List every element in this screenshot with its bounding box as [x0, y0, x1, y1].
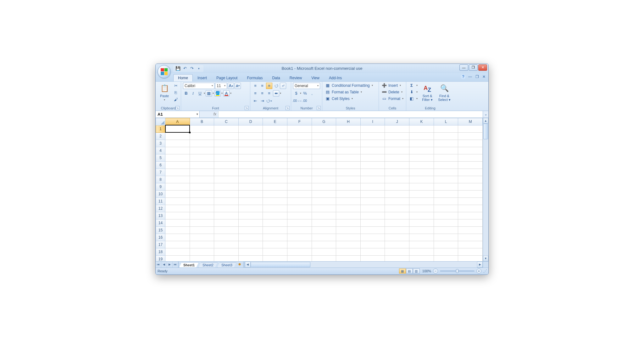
cell[interactable]: [458, 125, 483, 132]
cell[interactable]: [434, 226, 458, 234]
row-header[interactable]: 19: [156, 255, 165, 261]
close-workbook-icon[interactable]: ✕: [481, 74, 486, 79]
cell[interactable]: [458, 219, 483, 226]
orientation-icon[interactable]: ⭯: [273, 83, 279, 89]
cell[interactable]: [263, 169, 287, 176]
column-header[interactable]: B: [190, 118, 214, 125]
cell[interactable]: [385, 154, 409, 161]
column-header[interactable]: H: [336, 118, 361, 125]
cell[interactable]: [458, 140, 483, 147]
row-header[interactable]: 16: [156, 234, 165, 241]
cell[interactable]: [312, 183, 336, 190]
alignment-dialog-launcher[interactable]: ↘: [286, 106, 290, 110]
cell[interactable]: [434, 190, 458, 197]
find-select-button[interactable]: 🔍 Find & Select ▾: [436, 83, 452, 102]
cell[interactable]: [263, 219, 287, 226]
cell[interactable]: [336, 219, 361, 226]
last-sheet-icon[interactable]: ⏭: [173, 262, 178, 268]
sheet-tab[interactable]: Sheet3: [217, 262, 236, 268]
cell[interactable]: [312, 169, 336, 176]
cell[interactable]: [287, 219, 312, 226]
cell[interactable]: [312, 161, 336, 169]
cell[interactable]: [190, 176, 214, 183]
cell[interactable]: [190, 140, 214, 147]
column-header[interactable]: J: [385, 118, 409, 125]
decrease-decimal-icon[interactable]: ←.00: [300, 98, 306, 104]
cell[interactable]: [434, 125, 458, 132]
cell[interactable]: [385, 197, 409, 205]
cell[interactable]: [312, 255, 336, 261]
column-header[interactable]: F: [287, 118, 312, 125]
cell[interactable]: [336, 205, 361, 212]
next-sheet-icon[interactable]: ▶: [167, 262, 173, 268]
percent-format-icon[interactable]: %: [302, 90, 308, 97]
row-header[interactable]: 3: [156, 140, 165, 147]
cell[interactable]: [263, 176, 287, 183]
cell[interactable]: [336, 147, 361, 154]
cell[interactable]: [214, 234, 239, 241]
cell[interactable]: [385, 132, 409, 140]
cell[interactable]: [385, 190, 409, 197]
cell[interactable]: [360, 197, 385, 205]
zoom-level[interactable]: 100%: [422, 269, 431, 273]
sheet-tab[interactable]: Sheet1: [179, 262, 199, 268]
cell[interactable]: [336, 212, 361, 219]
cell[interactable]: [336, 241, 361, 248]
font-dialog-launcher[interactable]: ↘: [245, 106, 249, 110]
cell[interactable]: [312, 154, 336, 161]
cell[interactable]: [409, 241, 434, 248]
cell[interactable]: [190, 169, 214, 176]
cell[interactable]: [287, 147, 312, 154]
cell[interactable]: [190, 147, 214, 154]
align-top-icon[interactable]: ≡: [252, 83, 258, 89]
tab-data[interactable]: Data: [267, 74, 285, 81]
cut-icon[interactable]: ✂: [173, 83, 179, 89]
row-header[interactable]: 2: [156, 132, 165, 140]
cell[interactable]: [409, 132, 434, 140]
cell[interactable]: [336, 234, 361, 241]
select-all-corner[interactable]: [156, 118, 165, 125]
expand-formula-bar-icon[interactable]: ⌄: [483, 111, 488, 118]
cell[interactable]: [214, 205, 239, 212]
cell[interactable]: [238, 147, 263, 154]
cell[interactable]: [263, 147, 287, 154]
vertical-scrollbar[interactable]: ▲ ▼: [483, 118, 488, 261]
tab-insert[interactable]: Insert: [193, 74, 212, 81]
scroll-thumb[interactable]: [251, 262, 310, 267]
cell[interactable]: [190, 226, 214, 234]
cell[interactable]: [360, 234, 385, 241]
decrease-indent-icon[interactable]: ⇤: [252, 98, 258, 104]
cell[interactable]: [263, 161, 287, 169]
cell[interactable]: [434, 147, 458, 154]
save-icon[interactable]: 💾: [175, 66, 181, 71]
align-bottom-icon[interactable]: ≡: [266, 83, 272, 89]
scroll-down-icon[interactable]: ▼: [483, 256, 488, 261]
cell[interactable]: [458, 248, 483, 255]
cell[interactable]: [287, 169, 312, 176]
cell[interactable]: [214, 176, 239, 183]
cell[interactable]: [360, 248, 385, 255]
cell[interactable]: [434, 154, 458, 161]
cell[interactable]: [214, 125, 239, 132]
cell[interactable]: [238, 132, 263, 140]
italic-icon[interactable]: I: [190, 90, 196, 97]
name-box[interactable]: A1 ▾: [156, 111, 200, 118]
cell[interactable]: [238, 176, 263, 183]
cell[interactable]: [385, 241, 409, 248]
cell[interactable]: [214, 212, 239, 219]
cell[interactable]: [238, 234, 263, 241]
cell[interactable]: [263, 234, 287, 241]
row-header[interactable]: 5: [156, 154, 165, 161]
cell[interactable]: [385, 183, 409, 190]
cell[interactable]: [385, 248, 409, 255]
cell[interactable]: [287, 140, 312, 147]
shrink-font-icon[interactable]: A▾: [235, 83, 241, 89]
cell[interactable]: [409, 183, 434, 190]
cell[interactable]: [190, 255, 214, 261]
cell[interactable]: [165, 234, 190, 241]
row-header[interactable]: 18: [156, 248, 165, 255]
cell[interactable]: [287, 255, 312, 261]
cell[interactable]: [190, 183, 214, 190]
cell[interactable]: [385, 226, 409, 234]
cell[interactable]: [312, 197, 336, 205]
